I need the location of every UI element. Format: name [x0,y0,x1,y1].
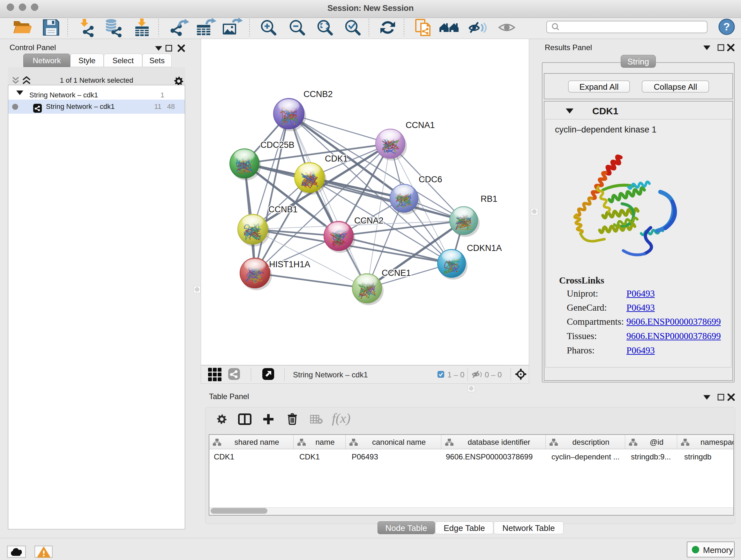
svg-text:HIST1H1A: HIST1H1A [269,260,310,269]
svg-text:RB1: RB1 [481,194,497,204]
svg-text:CDKN1A: CDKN1A [467,243,502,253]
svg-text:CDK1: CDK1 [325,154,348,164]
svg-text:CCNE1: CCNE1 [382,268,411,278]
svg-text:CCNA2: CCNA2 [354,216,384,226]
svg-text:CDC6: CDC6 [419,175,442,184]
svg-text:CCNB1: CCNB1 [268,205,298,214]
svg-text:?: ? [724,20,730,33]
svg-text:CDC25B: CDC25B [260,140,294,150]
svg-text:CCNB2: CCNB2 [304,89,333,99]
svg-text:CCNA1: CCNA1 [406,120,435,130]
